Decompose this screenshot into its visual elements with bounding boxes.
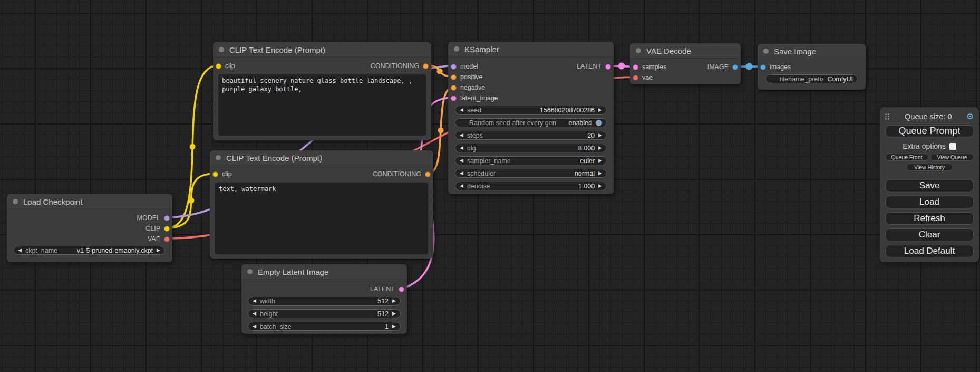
- decrement-arrow-icon[interactable]: ◀: [253, 324, 256, 329]
- queue-front-button[interactable]: Queue Front: [885, 154, 928, 161]
- collapse-dot-icon[interactable]: [247, 269, 253, 274]
- decrement-arrow-icon[interactable]: ◀: [460, 133, 463, 138]
- increment-arrow-icon[interactable]: ▶: [392, 311, 396, 316]
- conditioning-output-port[interactable]: [423, 63, 429, 69]
- decrement-arrow-icon[interactable]: ◀: [460, 184, 463, 188]
- increment-arrow-icon[interactable]: ▶: [598, 184, 602, 188]
- widget-label: cfg: [467, 145, 476, 152]
- decrement-arrow-icon[interactable]: ◀: [253, 299, 256, 303]
- node-clip-text-encode-positive[interactable]: CLIP Text Encode (Prompt) clip CONDITION…: [213, 42, 431, 140]
- decrement-arrow-icon[interactable]: ◀: [460, 146, 463, 150]
- widget-label: seed: [467, 107, 481, 114]
- input-label: negative: [460, 84, 485, 91]
- node-save-image[interactable]: Save Image images filename_prefixComfyUI: [758, 44, 866, 90]
- latent-image-input-port[interactable]: [451, 96, 457, 101]
- prompt-textarea[interactable]: beautiful scenery nature glass bottle la…: [218, 74, 426, 136]
- conditioning-output-port[interactable]: [425, 171, 431, 177]
- widget-filename-prefix[interactable]: filename_prefixComfyUI: [765, 74, 858, 83]
- input-label: latent_image: [460, 94, 498, 102]
- widget-cfg[interactable]: ◀cfg8.000▶: [455, 144, 607, 152]
- view-queue-button[interactable]: View Queue: [930, 154, 974, 161]
- widget-width[interactable]: ◀width512▶: [248, 297, 401, 306]
- increment-arrow-icon[interactable]: ▶: [598, 146, 602, 150]
- toggle-circle-icon[interactable]: [596, 120, 602, 126]
- refresh-button[interactable]: Refresh: [885, 212, 974, 225]
- widget-steps[interactable]: ◀steps20▶: [455, 131, 607, 140]
- vae-input-port[interactable]: [633, 75, 638, 81]
- output-label: MODEL: [137, 214, 160, 222]
- link-midpoint-dot: [618, 63, 625, 70]
- model-input-port[interactable]: [451, 64, 457, 70]
- latent-output-port[interactable]: [399, 287, 404, 292]
- node-titlebar[interactable]: CLIP Text Encode (Prompt): [213, 42, 431, 58]
- node-vae-decode[interactable]: VAE Decode samples IMAGE vae: [630, 43, 741, 84]
- load-default-button[interactable]: Load Default: [885, 245, 974, 257]
- collapse-dot-icon[interactable]: [763, 49, 769, 54]
- negative-input-port[interactable]: [451, 85, 457, 91]
- widget-sampler-name[interactable]: ◀sampler_nameeuler▶: [455, 156, 607, 165]
- widget-denoise[interactable]: ◀denoise1.000▶: [455, 182, 607, 190]
- output-label: CLIP: [145, 225, 160, 232]
- decrement-arrow-icon[interactable]: ◀: [460, 171, 463, 176]
- widget-batch-size[interactable]: ◀batch_size1▶: [248, 322, 401, 331]
- collapse-dot-icon[interactable]: [219, 47, 224, 52]
- widget-label: ckpt_name: [25, 247, 57, 254]
- latent-output-port[interactable]: [605, 64, 611, 70]
- collapse-dot-icon[interactable]: [13, 199, 18, 204]
- node-titlebar[interactable]: KSampler: [448, 42, 614, 57]
- clip-output-port[interactable]: [164, 226, 170, 232]
- widget-random-seed-after-every-gen[interactable]: Random seed after every genenabled: [455, 118, 607, 127]
- widget-seed[interactable]: ◀seed156680208700286▶: [455, 106, 607, 115]
- vae-output-port[interactable]: [164, 236, 170, 242]
- increment-arrow-icon[interactable]: ▶: [598, 158, 602, 163]
- node-empty-latent-image[interactable]: Empty Latent Image LATENT ◀width512▶◀hei…: [241, 264, 407, 334]
- increment-arrow-icon[interactable]: ▶: [392, 299, 396, 303]
- node-titlebar[interactable]: CLIP Text Encode (Prompt): [210, 150, 433, 166]
- input-label: clip: [225, 62, 235, 70]
- image-output-port[interactable]: [732, 64, 738, 70]
- clip-input-port[interactable]: [212, 171, 218, 177]
- save-button[interactable]: Save: [885, 179, 974, 192]
- increment-arrow-icon[interactable]: ▶: [598, 108, 602, 112]
- images-input-port[interactable]: [760, 64, 766, 70]
- drag-handle-icon[interactable]: [885, 113, 890, 120]
- decrement-arrow-icon[interactable]: ◀: [253, 311, 256, 316]
- load-button[interactable]: Load: [885, 196, 974, 208]
- collapse-dot-icon[interactable]: [454, 46, 459, 52]
- gear-icon[interactable]: ⚙: [966, 112, 974, 121]
- node-ksampler[interactable]: KSampler model LATENT positive negative …: [448, 42, 614, 194]
- increment-arrow-icon[interactable]: ▶: [598, 133, 602, 138]
- view-history-button[interactable]: View History: [906, 164, 953, 171]
- decrement-arrow-icon[interactable]: ◀: [460, 108, 463, 112]
- increment-arrow-icon[interactable]: ▶: [598, 171, 602, 176]
- queue-prompt-button[interactable]: Queue Prompt: [885, 125, 974, 137]
- decrement-arrow-icon[interactable]: ◀: [460, 158, 463, 163]
- extra-options-checkbox[interactable]: [949, 143, 956, 150]
- widget-ckpt-name[interactable]: ◀ckpt_namev1-5-pruned-emaonly.ckpt▶: [13, 246, 165, 255]
- node-titlebar[interactable]: Save Image: [758, 44, 866, 59]
- widget-height[interactable]: ◀height512▶: [248, 309, 401, 318]
- node-clip-text-encode-negative[interactable]: CLIP Text Encode (Prompt) clip CONDITION…: [210, 150, 433, 259]
- clear-button[interactable]: Clear: [885, 228, 974, 241]
- model-output-port[interactable]: [164, 215, 170, 221]
- node-title: Save Image: [774, 47, 816, 56]
- prompt-textarea[interactable]: text, watermark: [215, 183, 428, 254]
- widget-scheduler[interactable]: ◀schedulernormal▶: [455, 169, 607, 178]
- output-label: IMAGE: [707, 63, 729, 71]
- samples-input-port[interactable]: [633, 64, 638, 70]
- input-label: clip: [222, 170, 232, 178]
- node-titlebar[interactable]: Empty Latent Image: [241, 264, 407, 280]
- widget-value: 20: [587, 132, 595, 139]
- increment-arrow-icon[interactable]: ▶: [157, 248, 160, 253]
- widget-value: 512: [377, 310, 389, 318]
- node-titlebar[interactable]: VAE Decode: [630, 43, 741, 59]
- collapse-dot-icon[interactable]: [216, 155, 221, 160]
- clip-input-port[interactable]: [216, 63, 221, 69]
- node-title: CLIP Text Encode (Prompt): [229, 45, 325, 54]
- decrement-arrow-icon[interactable]: ◀: [18, 248, 22, 253]
- positive-input-port[interactable]: [451, 74, 457, 80]
- node-load-checkpoint[interactable]: Load Checkpoint MODEL CLIP VAE ◀ckpt_nam…: [7, 194, 172, 262]
- collapse-dot-icon[interactable]: [636, 48, 641, 53]
- increment-arrow-icon[interactable]: ▶: [392, 324, 396, 329]
- node-titlebar[interactable]: Load Checkpoint: [7, 194, 172, 209]
